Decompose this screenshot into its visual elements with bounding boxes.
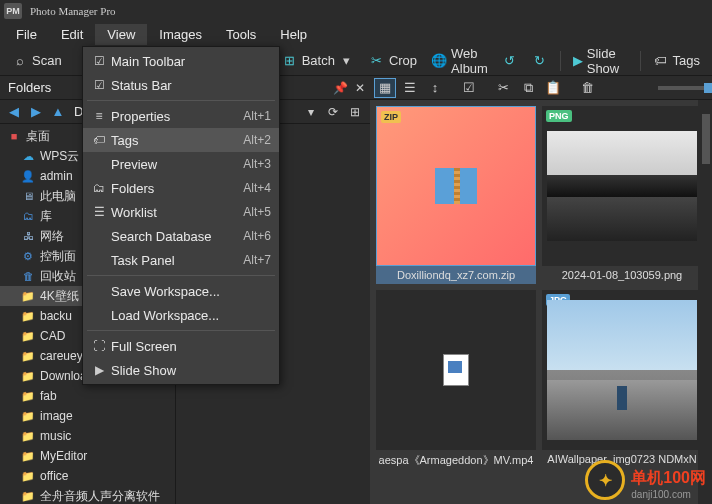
thumb-item[interactable]: PNG 2024-01-08_103059.png [542, 106, 702, 284]
folder-icon: 📁 [20, 289, 36, 303]
folder-icon: 📁 [20, 309, 36, 323]
folder-icon: 📁 [20, 449, 36, 463]
play-icon: ▶ [573, 53, 583, 69]
thumbnail-area: ZIP Doxilliondq_xz7.com.zip PNG 2024-01-… [370, 100, 712, 504]
thumb-item[interactable]: JPG AIWallpaper_img0723 NDMxN [542, 290, 702, 471]
menu-file[interactable]: File [4, 24, 49, 45]
tag-icon: 🏷 [653, 53, 669, 69]
image-preview [547, 300, 697, 440]
menu-worklist[interactable]: ☰WorklistAlt+5 [83, 200, 279, 224]
recycle-icon: 🗑 [20, 269, 36, 283]
thumbnail-toolbar: ▦ ☰ ↕ ☑ ✂ ⧉ 📋 🗑 [370, 76, 712, 100]
dropdown-icon[interactable]: ▾ [302, 103, 320, 121]
library-icon: 🗂 [20, 209, 36, 223]
menu-images[interactable]: Images [147, 24, 214, 45]
menu-slide-show[interactable]: ▶Slide Show [83, 358, 279, 382]
pin-icon[interactable]: 📌 [330, 78, 350, 98]
worklist-icon: ☰ [87, 205, 111, 219]
zip-badge: ZIP [381, 111, 401, 123]
nav-fwd-icon[interactable]: ▶ [26, 102, 46, 122]
desktop-icon: ■ [6, 129, 22, 143]
tree-myeditor[interactable]: 📁MyEditor [0, 446, 175, 466]
refresh-icon[interactable]: ⟳ [324, 103, 342, 121]
menu-task-panel[interactable]: Task PanelAlt+7 [83, 248, 279, 272]
globe-icon: 🌐 [431, 53, 447, 69]
scan-icon: ⌕ [12, 53, 28, 69]
menu-save-workspace[interactable]: Save Workspace... [83, 279, 279, 303]
app-logo: PM [4, 3, 22, 19]
properties-icon: ≡ [87, 109, 111, 123]
thumb-caption: AIWallpaper_img0723 NDMxN [542, 450, 702, 468]
batch-button[interactable]: ⊞Batch▾ [278, 51, 359, 71]
batch-icon: ⊞ [282, 53, 298, 69]
dropdown-icon: ▾ [339, 53, 355, 69]
tree-music[interactable]: 📁music [0, 426, 175, 446]
fullscreen-icon: ⛶ [87, 339, 111, 353]
app-title: Photo Manager Pro [30, 5, 116, 17]
tree-last[interactable]: 📁全舟音频人声分离软件 [0, 486, 175, 504]
thumb-item[interactable]: aespa《Armageddon》MV.mp4 [376, 290, 536, 471]
thumb-caption: Doxilliondq_xz7.com.zip [376, 266, 536, 284]
tree-fab[interactable]: 📁fab [0, 386, 175, 406]
slideshow-button[interactable]: ▶Slide Show [569, 44, 632, 78]
paste-icon[interactable]: 📋 [542, 78, 564, 98]
rotate-left-icon: ↺ [502, 53, 518, 69]
folder-icon: 📁 [20, 409, 36, 423]
rotate-right-icon: ↻ [532, 53, 548, 69]
tag-icon: 🏷 [87, 133, 111, 147]
menu-view[interactable]: View [95, 24, 147, 45]
thumb-item[interactable]: ZIP Doxilliondq_xz7.com.zip [376, 106, 536, 284]
copy-icon[interactable]: ⧉ [517, 78, 539, 98]
menu-load-workspace[interactable]: Load Workspace... [83, 303, 279, 327]
nav-up-icon[interactable]: ▲ [48, 102, 68, 122]
close-pane-icon[interactable]: ✕ [350, 78, 370, 98]
network-icon: 🖧 [20, 229, 36, 243]
menu-tools[interactable]: Tools [214, 24, 268, 45]
cloud-icon: ☁ [20, 149, 36, 163]
menu-search-db[interactable]: Search DatabaseAlt+6 [83, 224, 279, 248]
menu-help[interactable]: Help [268, 24, 319, 45]
thumb-caption: 2024-01-08_103059.png [542, 266, 702, 284]
settings-icon[interactable]: ⊞ [346, 103, 364, 121]
folders-icon: 🗂 [87, 181, 111, 195]
folder-icon: 📁 [20, 329, 36, 343]
user-icon: 👤 [20, 169, 36, 183]
rotate-right-button[interactable]: ↻ [528, 51, 552, 71]
view-list-icon[interactable]: ☰ [399, 78, 421, 98]
tree-image[interactable]: 📁image [0, 406, 175, 426]
checkbox-checked-icon: ☑ [87, 54, 111, 68]
tree-office[interactable]: 📁office [0, 466, 175, 486]
nav-back-icon[interactable]: ◀ [4, 102, 24, 122]
webalbum-button[interactable]: 🌐Web Album [427, 44, 492, 78]
folder-icon: 📁 [20, 489, 36, 503]
image-preview [547, 131, 697, 241]
zip-icon [435, 168, 477, 204]
folder-icon: 📁 [20, 469, 36, 483]
rotate-left-button[interactable]: ↺ [498, 51, 522, 71]
menu-status-bar[interactable]: ☑Status Bar [83, 73, 279, 97]
scan-button[interactable]: ⌕Scan [8, 51, 66, 71]
view-menu-dropdown: ☑Main Toolbar ☑Status Bar ≡PropertiesAlt… [82, 46, 280, 385]
menu-edit[interactable]: Edit [49, 24, 95, 45]
menu-main-toolbar[interactable]: ☑Main Toolbar [83, 49, 279, 73]
sort-icon[interactable]: ↕ [424, 78, 446, 98]
menu-tags[interactable]: 🏷TagsAlt+2 [83, 128, 279, 152]
delete-icon[interactable]: 🗑 [576, 78, 598, 98]
folder-icon: 📁 [20, 389, 36, 403]
menu-properties[interactable]: ≡PropertiesAlt+1 [83, 104, 279, 128]
menu-folders[interactable]: 🗂FoldersAlt+4 [83, 176, 279, 200]
folder-icon: 📁 [20, 369, 36, 383]
file-icon [443, 354, 469, 386]
crop-icon: ✂ [369, 53, 385, 69]
view-thumbnails-icon[interactable]: ▦ [374, 78, 396, 98]
tags-button[interactable]: 🏷Tags [649, 51, 704, 71]
titlebar: PM Photo Manager Pro [0, 0, 712, 22]
select-all-icon[interactable]: ☑ [458, 78, 480, 98]
cut-icon[interactable]: ✂ [492, 78, 514, 98]
menu-full-screen[interactable]: ⛶Full Screen [83, 334, 279, 358]
menu-preview[interactable]: PreviewAlt+3 [83, 152, 279, 176]
crop-button[interactable]: ✂Crop [365, 51, 421, 71]
thumb-caption: aespa《Armageddon》MV.mp4 [376, 450, 536, 471]
thumb-size-slider[interactable] [658, 86, 708, 90]
folder-icon: 📁 [20, 429, 36, 443]
